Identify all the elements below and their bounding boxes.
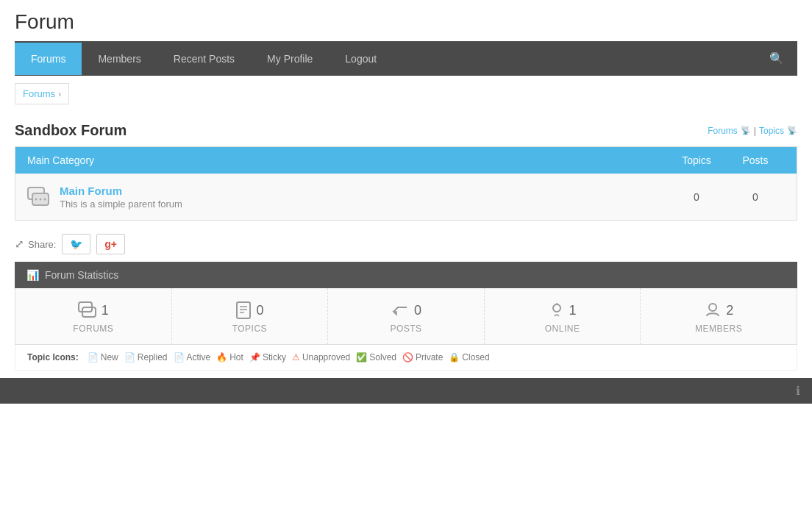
nav-item-members[interactable]: Members (82, 43, 157, 75)
stats-header: 📊 Forum Statistics (15, 262, 797, 288)
rss-topics-icon: 📡 (787, 126, 797, 135)
topic-icons-legend: Topic Icons: 📄 New 📄 Replied 📄 Active 🔥 … (15, 345, 797, 371)
stat-online-icon-val: 1 (492, 301, 633, 319)
main-content: Sandbox Forum Forums 📡 | Topics 📡 Main C… (15, 122, 797, 371)
forum-name-link[interactable]: Main Forum (60, 185, 122, 197)
stat-forums-icon-val: 1 (23, 301, 164, 319)
stat-posts: 0 Posts (328, 288, 485, 344)
topic-icon-solved: ✅ Solved (356, 352, 396, 362)
closed-label: Closed (462, 352, 489, 362)
topic-icon-new: 📄 New (88, 352, 118, 362)
googleplus-icon: g+ (104, 238, 117, 250)
nav-item-my-profile[interactable]: My Profile (251, 43, 329, 75)
info-icon[interactable]: ℹ (796, 384, 800, 398)
col-posts-label: Posts (726, 154, 785, 166)
topic-icon-unapproved: ⚠ Unapproved (292, 352, 350, 362)
col-category-label: Main Category (27, 154, 667, 166)
active-label: Active (187, 352, 211, 362)
share-label: ⤢ Share: (15, 237, 56, 251)
stat-forums-label: Forums (23, 324, 164, 334)
stat-online: 1 Online (485, 288, 641, 344)
stat-posts-label: Posts (335, 324, 477, 334)
hot-icon: 🔥 (216, 352, 227, 362)
stats-section: 📊 Forum Statistics 1 Forums 0 Topics (15, 262, 797, 371)
stat-online-label: Online (492, 324, 633, 334)
solved-label: Solved (369, 352, 396, 362)
topic-icon-active: 📄 Active (174, 352, 211, 362)
new-icon: 📄 (88, 352, 99, 362)
svg-point-11 (553, 304, 560, 312)
replied-icon: 📄 (124, 352, 135, 362)
unapproved-label: Unapproved (302, 352, 350, 362)
forum-topics-count: 0 (667, 191, 726, 203)
topic-icon-hot: 🔥 Hot (216, 352, 243, 362)
replied-label: Replied (138, 352, 168, 362)
rss-forums-icon: 📡 (741, 126, 751, 135)
topic-icon-replied: 📄 Replied (124, 352, 168, 362)
svg-point-3 (40, 199, 42, 201)
solved-icon: ✅ (356, 352, 367, 362)
forum-desc: This is a simple parent forum (60, 199, 667, 210)
stat-members-icon-val: 2 (648, 301, 789, 319)
forum-section-title: Sandbox Forum (15, 122, 127, 139)
private-icon: 🚫 (402, 352, 413, 362)
forum-table-header: Main Category Topics Posts (15, 147, 797, 174)
stats-body: 1 Forums 0 Topics 0 Posts (15, 288, 797, 345)
breadcrumb-link-forums[interactable]: Forums (23, 88, 55, 99)
closed-icon: 🔒 (449, 352, 460, 362)
topic-icon-private: 🚫 Private (402, 352, 443, 362)
sticky-label: Sticky (263, 352, 286, 362)
stat-forums: 1 Forums (15, 288, 172, 344)
nav-item-recent-posts[interactable]: Recent Posts (157, 43, 251, 75)
forum-row: Main Forum This is a simple parent forum… (15, 174, 797, 220)
stat-posts-icon-val: 0 (335, 301, 477, 319)
new-label: New (101, 352, 118, 362)
topic-icon-sticky: 📌 Sticky (249, 352, 286, 362)
nav-item-logout[interactable]: Logout (329, 43, 393, 75)
stats-header-label: Forum Statistics (45, 269, 118, 281)
topic-icon-closed: 🔒 Closed (449, 352, 489, 362)
googleplus-share-button[interactable]: g+ (96, 234, 125, 254)
forum-header-row: Sandbox Forum Forums 📡 | Topics 📡 (15, 122, 797, 139)
stat-topics: 0 Topics (172, 288, 329, 344)
forum-table: Main Category Topics Posts Main Forum Th… (15, 146, 797, 221)
stat-topics-icon-val: 0 (179, 301, 321, 319)
rss-topics-link[interactable]: Topics (759, 126, 784, 136)
forum-posts-count: 0 (726, 191, 785, 203)
forum-row-icon (27, 187, 49, 207)
forum-row-info: Main Forum This is a simple parent forum (60, 185, 667, 210)
share-row: ⤢ Share: 🐦 g+ (15, 234, 797, 254)
rss-links: Forums 📡 | Topics 📡 (708, 126, 797, 136)
svg-point-13 (709, 304, 716, 311)
svg-point-2 (35, 199, 38, 201)
rss-separator: | (754, 126, 756, 136)
nav-item-forums[interactable]: Forums (15, 43, 82, 75)
hot-label: Hot (229, 352, 243, 362)
stats-bar-icon: 📊 (26, 269, 39, 281)
stat-members-label: Members (648, 324, 789, 334)
breadcrumb-separator: › (58, 89, 61, 99)
nav-bar: Forums Members Recent Posts My Profile L… (15, 41, 797, 76)
twitter-icon: 🐦 (70, 238, 82, 250)
svg-point-4 (44, 199, 46, 201)
page-title: Forum (0, 0, 812, 41)
private-label: Private (416, 352, 443, 362)
stat-forums-value: 1 (102, 303, 109, 318)
share-icon: ⤢ (15, 237, 24, 251)
rss-forums-link[interactable]: Forums (708, 126, 738, 136)
search-icon[interactable]: 🔍 (756, 41, 797, 76)
sticky-icon: 📌 (249, 352, 260, 362)
active-icon: 📄 (174, 352, 185, 362)
breadcrumb: Forums › (15, 83, 69, 104)
stat-posts-value: 0 (414, 303, 421, 318)
stat-topics-value: 0 (256, 303, 263, 318)
stat-online-value: 1 (569, 303, 577, 318)
topic-icons-label: Topic Icons: (27, 352, 79, 362)
stat-members: 2 Members (641, 288, 797, 344)
stat-members-value: 2 (726, 303, 733, 318)
footer-bar: ℹ (0, 378, 812, 404)
twitter-share-button[interactable]: 🐦 (62, 234, 90, 254)
unapproved-icon: ⚠ (292, 352, 300, 362)
stat-topics-label: Topics (179, 324, 321, 334)
col-topics-label: Topics (667, 154, 726, 166)
